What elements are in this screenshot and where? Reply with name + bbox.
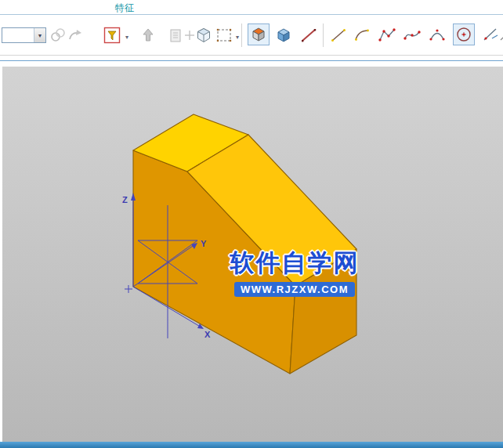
shaded-cube-icon[interactable] — [274, 26, 293, 45]
up-arrow-icon[interactable] — [139, 26, 157, 45]
extrude-icon[interactable] — [248, 23, 270, 45]
watermark-url: WWW.RJZXW.COM — [234, 282, 355, 297]
window-divider-line — [0, 60, 503, 61]
chevron-down-icon[interactable]: ▼ — [34, 28, 45, 42]
polyline-icon[interactable] — [378, 26, 396, 45]
axis-label-y: Y — [201, 239, 207, 248]
circle-center-icon[interactable] — [453, 23, 475, 45]
axis-label-z: Z — [122, 195, 128, 204]
ribbon-tab-bar: 特征 — [0, 0, 503, 15]
trim-line-icon[interactable] — [481, 26, 500, 45]
toolbar-divider-strip — [0, 56, 503, 67]
cube-icon[interactable] — [194, 26, 213, 45]
solid-model[interactable] — [133, 114, 356, 374]
cad-application-window: 特征 ▼ ▾ ▾ — [0, 0, 503, 448]
spline-icon[interactable] — [403, 26, 422, 45]
main-toolbar: ▼ ▾ ▾ — [0, 15, 503, 56]
arc-3pt-icon[interactable] — [428, 26, 447, 45]
toolbar-separator — [323, 23, 324, 47]
chevron-down-icon[interactable]: ▾ — [233, 34, 241, 41]
watermark: 软件自学网 WWW.RJZXW.COM — [227, 247, 362, 297]
chevron-down-icon[interactable]: ▾ — [123, 34, 131, 41]
redo-arrow-icon[interactable] — [66, 26, 85, 45]
filter-icon[interactable] — [103, 26, 121, 45]
cutoff-tool-icon[interactable] — [498, 26, 503, 45]
dashed-selection-box-icon[interactable] — [215, 26, 233, 45]
arc-icon[interactable] — [353, 26, 371, 45]
axis-label-x: X — [204, 330, 211, 339]
line-alt-icon[interactable] — [329, 26, 348, 45]
line-icon[interactable] — [299, 26, 318, 45]
toolbar-separator — [241, 23, 242, 47]
tab-features[interactable]: 特征 — [115, 2, 134, 15]
selection-filter-input[interactable] — [2, 28, 34, 42]
bottom-bar — [0, 442, 503, 448]
graphics-viewport[interactable]: Z Y X 软件自学网 WWW.RJZXW.COM — [0, 67, 503, 442]
twin-circles-icon[interactable] — [49, 26, 67, 45]
selection-filter-combobox[interactable]: ▼ — [2, 27, 46, 43]
watermark-title: 软件自学网 — [227, 247, 362, 280]
